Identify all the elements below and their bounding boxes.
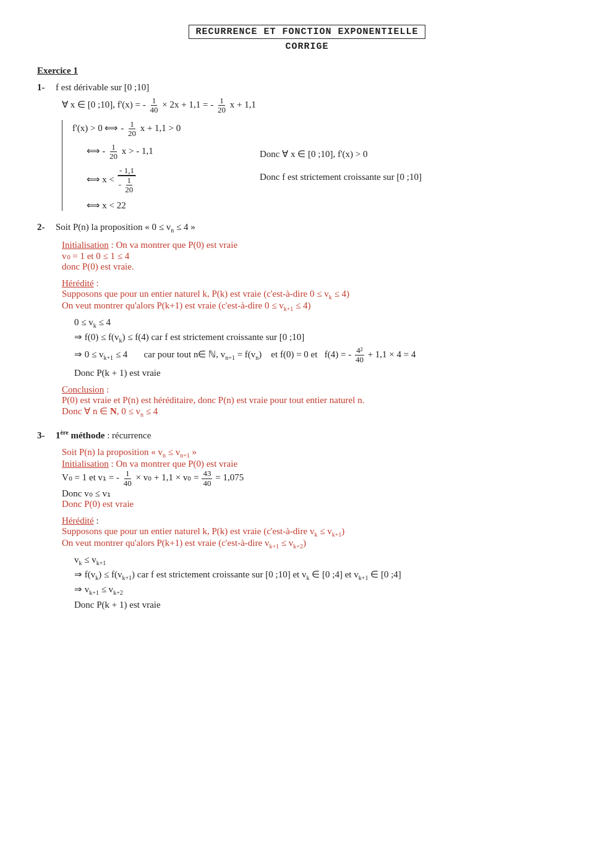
item2-conclusion: Conclusion : P(0) est vraie et P(n) est … [62, 385, 577, 418]
item-3-number: 3- [37, 430, 56, 441]
item-3-header: 3- 1ère méthode : récurrence [37, 429, 577, 441]
conc-label: Conclusion [62, 385, 104, 394]
item3-init-donc1: Donc v₀ ≤ v₁ [62, 488, 577, 499]
item2-steps: 0 ≤ vk ≤ 4 ⇒ f(0) ≤ f(vk) ≤ f(4) car f e… [74, 317, 577, 379]
fprime-line2: ⟺ - 1 20 x > - 1,1 [72, 143, 235, 161]
item3-hered-line1: Supposons que pour un entier naturel k, … [62, 526, 577, 538]
item3-step3: ⇒ vk+1 ≤ vk+2 [74, 584, 577, 596]
conc-label-row: Conclusion : [62, 385, 577, 395]
init-label-row: Initialisation : On va montrer que P(0) … [62, 240, 577, 250]
init-line2: donc P(0) est vraie. [62, 262, 577, 272]
fprime-line3: ⟺ x < - 1,1 - 1 20 [72, 166, 235, 195]
item3-init-donc2: Donc P(0) est vraie [62, 499, 577, 509]
right-conclusion-1: Donc ∀ x ∈ [0 ;10], f'(x) > 0 [260, 148, 422, 160]
heredite-colon: : [96, 278, 98, 288]
fraction-neg11: - 1,1 - 1 20 [117, 166, 137, 195]
page-title: RECURRENCE ET FONCTION EXPONENTIELLE [189, 25, 425, 39]
fraction-1-20-c: 1 20 [108, 143, 119, 161]
item3-step2: ⇒ f(vk) ≤ f(vk+1) car f est strictement … [74, 569, 577, 581]
fprime-analysis: f'(x) > 0 ⟺ - 1 20 x + 1,1 > 0 ⟺ - 1 20 [62, 120, 577, 211]
item3-heredite-colon: : [96, 516, 98, 525]
page-subtitle: CORRIGE [37, 41, 577, 52]
page-header: RECURRENCE ET FONCTION EXPONENTIELLE COR… [37, 25, 577, 52]
step3: ⇒ 0 ≤ vk+1 ≤ 4 car pour tout n∈ ℕ, vn+1 … [74, 346, 577, 365]
bar-content-left: f'(x) > 0 ⟺ - 1 20 x + 1,1 > 0 ⟺ - 1 20 [62, 120, 235, 211]
exercise-1: Exercice 1 1- f est dérivable sur [0 ;10… [37, 66, 577, 610]
step2: ⇒ f(0) ≤ f(vk) ≤ f(4) car f est strictem… [74, 331, 577, 344]
fprime-line4: ⟺ x < 22 [72, 200, 235, 211]
fraction-1-20-b: 1 20 [127, 120, 137, 138]
fraction-1-40-b: 1 40 [122, 469, 133, 488]
init-line1: v₀ = 1 et 0 ≤ 1 ≤ 4 [62, 250, 577, 262]
bar-content-right: Donc ∀ x ∈ [0 ;10], f'(x) > 0 Donc f est… [235, 120, 422, 211]
heredite-line1: Supposons que pour un entier naturel k, … [62, 289, 577, 300]
exercise-1-title: Exercice 1 [37, 66, 577, 76]
step1: 0 ≤ vk ≤ 4 [74, 317, 577, 329]
item3-steps: vk ≤ vk+1 ⇒ f(vk) ≤ f(vk+1) car f est st… [74, 555, 577, 610]
item3-heredite: Hérédité : Supposons que pour un entier … [62, 516, 577, 550]
heredite-label: Hérédité [62, 278, 94, 288]
item3-step-conclusion: Donc P(k + 1) est vraie [74, 600, 577, 610]
item3-init-colon: : On va montrer que P(0) est vraie [111, 459, 238, 469]
fraction-43-40: 43 40 [202, 469, 212, 488]
conc-line2: Donc ∀ n ∈ N, 0 ≤ vn ≤ 4 [62, 406, 577, 418]
conc-colon: : [106, 385, 109, 394]
init-colon-text: : On va montrer que P(0) est vraie [111, 240, 238, 250]
item-2-number: 2- [37, 222, 56, 232]
item3-init-label-row: Initialisation : On va montrer que P(0) … [62, 459, 577, 469]
fraction-1-40: 1 40 [149, 96, 160, 115]
item3-init-line1: V₀ = 1 et v₁ = - 1 40 × v₀ + 1,1 × v₀ = … [62, 469, 577, 488]
derivative-line: ∀ x ∈ [0 ;10], f'(x) = - 1 40 × 2x + 1,1… [62, 96, 577, 115]
item2-initialisation: Initialisation : On va montrer que P(0) … [62, 240, 577, 272]
item3-step1: vk ≤ vk+1 [74, 555, 577, 566]
conc-line1: P(0) est vraie et P(n) est héréditaire, … [62, 395, 577, 406]
init-label: Initialisation [62, 240, 109, 250]
item3-hered-line2: On veut montrer qu'alors P(k+1) est vrai… [62, 538, 577, 550]
item-1-number: 1- [37, 82, 56, 93]
item2-heredite: Hérédité : Supposons que pour un entier … [62, 278, 577, 312]
item-1: 1- f est dérivable sur [0 ;10] ∀ x ∈ [0 … [37, 82, 577, 211]
item-3-intro: 1ère méthode : récurrence [56, 429, 151, 441]
item-1-header: 1- f est dérivable sur [0 ;10] [37, 82, 577, 93]
right-conclusion-2: Donc f est strictement croissante sur [0… [260, 172, 422, 182]
fraction-4sq-40: 4² 40 [354, 346, 365, 365]
item3-heredite-label-row: Hérédité : [62, 516, 577, 526]
prop-line: Soit P(n) la proposition « vn ≤ vn+1 » [62, 447, 577, 459]
heredite-line2: On veut montrer qu'alors P(k+1) est vrai… [62, 300, 577, 312]
item-2-header: 2- Soit P(n) la proposition « 0 ≤ vn ≤ 4… [37, 222, 577, 234]
item3-init-label: Initialisation [62, 459, 109, 469]
item-3: 3- 1ère méthode : récurrence Soit P(n) l… [37, 429, 577, 610]
item-2-intro: Soit P(n) la proposition « 0 ≤ vn ≤ 4 » [56, 222, 195, 234]
item-1-intro: f est dérivable sur [0 ;10] [56, 82, 149, 93]
fprime-line1: f'(x) > 0 ⟺ - 1 20 x + 1,1 > 0 [72, 120, 235, 138]
item3-heredite-label: Hérédité [62, 516, 94, 525]
page-wrapper: RECURRENCE ET FONCTION EXPONENTIELLE COR… [37, 25, 577, 610]
fraction-1-20: 1 20 [216, 96, 227, 115]
item3-prop: Soit P(n) la proposition « vn ≤ vn+1 » I… [62, 447, 577, 509]
step-conclusion: Donc P(k + 1) est vraie [74, 368, 577, 378]
item-2: 2- Soit P(n) la proposition « 0 ≤ vn ≤ 4… [37, 222, 577, 419]
heredite-label-row: Hérédité : [62, 278, 577, 289]
fraction-1-20-inner: 1 20 [124, 176, 134, 195]
